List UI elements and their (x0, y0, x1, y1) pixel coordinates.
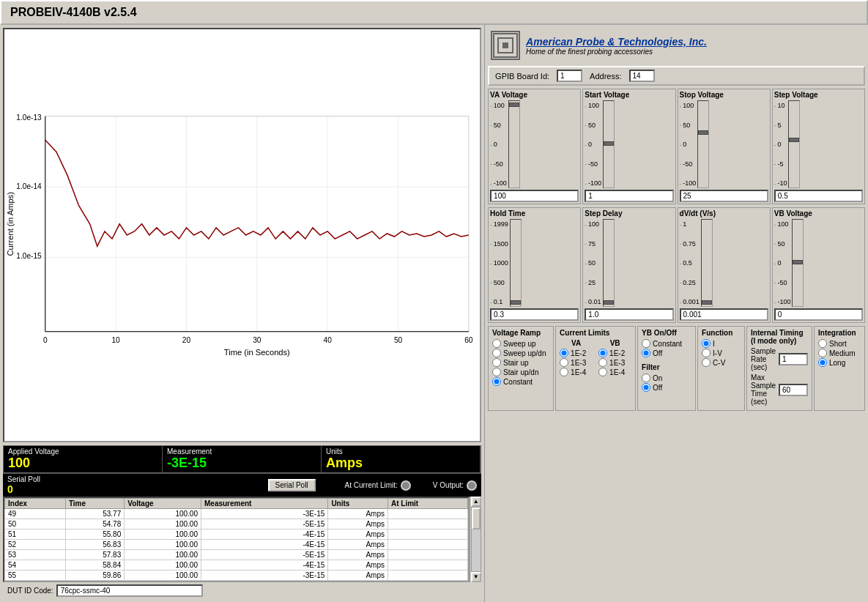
integration-short-radio[interactable] (818, 339, 827, 348)
app-title: PROBEIV-4140B v2.5.4 (10, 6, 137, 19)
current-limits-va-col: VA 1E-2 1E-3 1E-4 (560, 339, 593, 377)
cell-units: Amps (328, 529, 388, 540)
integration-long-label: Long (829, 359, 845, 367)
start-voltage-track[interactable] (603, 100, 615, 188)
stop-voltage-labels: -100 -50 -0 --50 --100 (680, 100, 697, 188)
vb-limit-1e2-radio[interactable] (598, 349, 607, 357)
va-voltage-thumb[interactable] (509, 103, 519, 107)
hold-time-track[interactable] (510, 219, 522, 307)
cell-voltage: 100.00 (125, 529, 201, 540)
cell-voltage: 100.00 (125, 540, 201, 550)
dvdt-thumb[interactable] (702, 300, 712, 305)
current-limits-cols: VA 1E-2 1E-3 1E-4 VB 1E-2 1E-3 1E-4 (560, 339, 631, 377)
max-sample-input[interactable] (779, 384, 808, 396)
dvdt-input[interactable] (680, 308, 768, 321)
table-scrollbar[interactable]: ▲ ▼ (470, 497, 481, 582)
scroll-up-button[interactable]: ▲ (471, 497, 481, 507)
cell-measurement: -4E-15 (201, 540, 327, 550)
cell-index: 51 (5, 529, 66, 540)
integration-medium-radio[interactable] (818, 349, 827, 357)
stop-voltage-slider-container: -100 -50 -0 --50 --100 (680, 100, 768, 188)
vb-voltage-track[interactable] (792, 219, 804, 307)
function-i-label: I (713, 340, 715, 348)
vb-limit-1e4-label: 1E-4 (609, 368, 625, 376)
company-tagline: Home of the finest probing accessories (526, 48, 707, 56)
integration-short-label: Short (829, 340, 847, 348)
cell-index: 55 (5, 571, 66, 581)
hold-time-input[interactable] (490, 308, 579, 321)
start-voltage-title: Start Voltage (585, 91, 673, 99)
vb-limit-1e3-radio[interactable] (598, 358, 607, 367)
va-limit-1e3-radio[interactable] (560, 358, 568, 367)
dvdt-track[interactable] (701, 219, 713, 307)
va-limit-1e4-radio[interactable] (560, 368, 568, 376)
company-logo (491, 31, 520, 60)
scroll-down-button[interactable]: ▼ (471, 572, 481, 582)
function-i-radio[interactable] (702, 339, 711, 348)
sample-rate-input[interactable] (779, 353, 808, 365)
main-container: PROBEIV-4140B v2.5.4 (0, 0, 868, 602)
v-output-label: V Output: (433, 481, 464, 489)
cell-measurement: -3E-15 (201, 571, 327, 581)
start-voltage-thumb[interactable] (604, 141, 614, 146)
va-limit-1e2-radio[interactable] (560, 349, 568, 357)
step-voltage-track[interactable] (788, 100, 800, 188)
cell-measurement: -3E-15 (201, 509, 327, 519)
voltage-ramp-sweep-updn-radio[interactable] (492, 349, 501, 357)
svg-text:30: 30 (253, 336, 261, 344)
step-voltage-thumb[interactable] (789, 138, 799, 142)
va-voltage-input[interactable] (490, 190, 579, 202)
vb-limit-1e4-radio[interactable] (598, 368, 607, 376)
va-voltage-track[interactable] (508, 100, 520, 188)
yb-off-radio[interactable] (642, 349, 650, 357)
voltage-ramp-constant-radio[interactable] (492, 377, 501, 386)
vb-voltage-thumb[interactable] (793, 260, 803, 264)
stop-voltage-input[interactable] (680, 190, 768, 202)
vb-voltage-input[interactable] (774, 308, 863, 321)
stop-voltage-track[interactable] (697, 100, 709, 188)
step-delay-slider-container: -100 -75 -50 -25 -0.01 (585, 219, 673, 307)
cell-time: 56.83 (65, 540, 124, 550)
step-delay-title: Step Delay (585, 209, 673, 218)
step-voltage-input[interactable] (774, 190, 863, 202)
svg-text:60: 60 (464, 336, 473, 344)
cell-time: 55.80 (65, 529, 124, 540)
svg-text:40: 40 (324, 336, 333, 344)
voltage-ramp-sweep-up-radio[interactable] (492, 339, 501, 348)
stop-voltage-thumb[interactable] (698, 130, 708, 135)
voltage-ramp-stair-updn-radio[interactable] (492, 368, 501, 376)
gpib-address-input[interactable] (629, 70, 655, 82)
voltage-ramp-stair-updn-label: Stair up/dn (503, 368, 538, 376)
dvdt-labels: -1 -0.75 -0.5 -0.25 -0.001 (680, 219, 700, 307)
dut-input[interactable] (56, 584, 203, 597)
step-delay-thumb[interactable] (604, 300, 614, 305)
va-voltage-group: VA Voltage -100 -50 -0 --50 --100 (488, 89, 581, 204)
integration-long-radio[interactable] (818, 358, 827, 367)
function-cv-label: C-V (713, 359, 725, 367)
start-voltage-input[interactable] (585, 190, 673, 202)
gpib-board-label: GPIB Board Id: (495, 72, 549, 81)
measurement-block: Measurement -3E-15 (163, 446, 322, 472)
function-cv-radio[interactable] (702, 358, 711, 367)
step-delay-track[interactable] (603, 219, 615, 307)
serial-poll-button[interactable]: Serial Poll (268, 479, 316, 491)
voltage-ramp-stair-up-radio[interactable] (492, 358, 501, 367)
integration-group: Integration Short Medium Long (814, 326, 865, 411)
scroll-thumb[interactable] (472, 508, 481, 529)
gpib-address-label: Address: (590, 72, 621, 81)
hold-time-thumb[interactable] (511, 300, 521, 305)
filter-on-radio[interactable] (642, 374, 650, 382)
start-voltage-labels: -100 -50 -0 --50 --100 (585, 100, 601, 188)
filter-off-radio[interactable] (642, 383, 650, 392)
gpib-board-input[interactable] (557, 70, 582, 82)
vb-limit-1e2-label: 1E-2 (609, 349, 625, 357)
yb-constant-radio[interactable] (642, 339, 650, 348)
cell-units: Amps (328, 519, 388, 529)
at-current-limit-indicator: At Current Limit: (345, 480, 411, 491)
voltage-ramp-sweep-updn: Sweep up/dn (492, 349, 549, 357)
step-voltage-labels: -10 -5 -0 --5 --10 (774, 100, 787, 188)
sample-rate-label: Sample Rate (sec) (751, 347, 776, 371)
svg-rect-24 (502, 42, 508, 48)
step-delay-input[interactable] (585, 308, 673, 321)
function-iv-radio[interactable] (702, 349, 711, 357)
